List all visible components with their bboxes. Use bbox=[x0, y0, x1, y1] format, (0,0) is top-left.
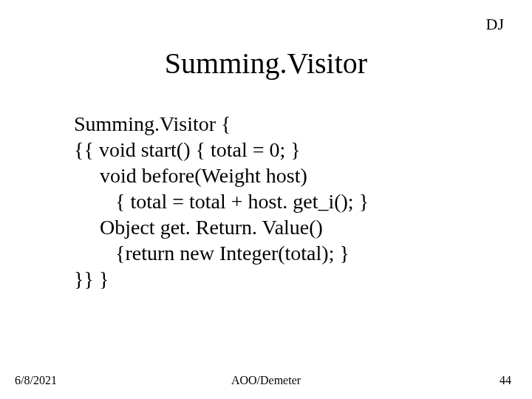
code-line-2: {{ void start() { total = 0; } bbox=[74, 138, 301, 161]
code-line-4: { total = total + host. get_i(); } bbox=[74, 190, 369, 213]
footer-center: AOO/Demeter bbox=[0, 374, 532, 387]
slide-title: Summing.Visitor bbox=[0, 46, 532, 81]
code-line-3: void before(Weight host) bbox=[74, 164, 307, 187]
code-line-6: {return new Integer(total); } bbox=[74, 242, 349, 265]
code-line-7: }} } bbox=[74, 267, 109, 290]
code-line-5: Object get. Return. Value() bbox=[74, 216, 323, 239]
slide-tag: DJ bbox=[486, 15, 504, 34]
slide: DJ Summing.Visitor Summing.Visitor { {{ … bbox=[0, 0, 532, 399]
code-block: Summing.Visitor { {{ void start() { tota… bbox=[74, 111, 488, 292]
code-line-1: Summing.Visitor { bbox=[74, 112, 231, 135]
footer-page-number: 44 bbox=[499, 374, 511, 387]
